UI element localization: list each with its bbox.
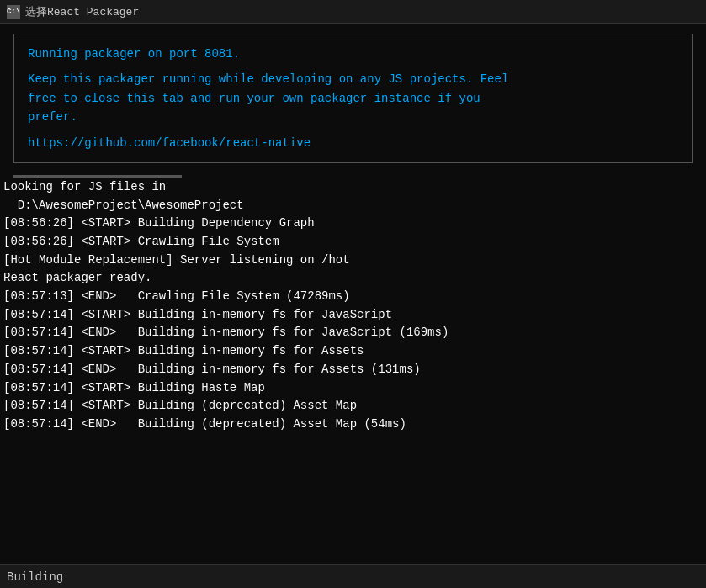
log-line: [08:56:26] <START> Crawling File System [3,233,703,252]
log-line: [08:56:26] <START> Building Dependency G… [3,215,703,233]
info-line-3: free to close this tab and run your own … [28,89,678,108]
title-bar: C:\ 选择React Packager [0,0,706,24]
title-bar-text: 选择React Packager [25,4,139,19]
info-line-4: prefer. [28,108,678,126]
log-line: [08:57:13] <END> Crawling File System (4… [3,288,703,306]
info-line-1: Running packager on port 8081. [28,45,678,63]
bottom-bar: Building [0,564,706,588]
scrollbar-thumb[interactable] [13,175,182,178]
info-link: https://github.com/facebook/react-native [28,134,678,152]
log-line: [08:57:14] <START> Building in-memory fs… [3,342,703,361]
log-line: [08:57:14] <END> Building (deprecated) A… [3,416,703,434]
log-line: [08:57:14] <START> Building (deprecated)… [3,397,703,416]
bottom-bar-text: Building [7,570,63,584]
scrollbar-area [0,173,706,178]
log-line: React packager ready. [3,269,703,288]
terminal-icon: C:\ [7,5,20,19]
info-box: Running packager on port 8081. Keep this… [13,34,693,163]
log-line: [08:57:14] <START> Building in-memory fs… [3,306,703,325]
log-area: Looking for JS files in D:\AwesomeProjec… [0,178,706,434]
log-line: [08:57:14] <END> Building in-memory fs f… [3,361,703,379]
log-line: Looking for JS files in [3,178,703,197]
log-line: [08:57:14] <END> Building in-memory fs f… [3,324,703,342]
log-line: [Hot Module Replacement] Server listenin… [3,252,703,270]
log-line: [08:57:14] <START> Building Haste Map [3,379,703,398]
terminal-body: Running packager on port 8081. Keep this… [0,24,706,588]
scrollbar-indicator[interactable] [13,175,693,178]
info-line-2: Keep this packager running while develop… [28,70,678,88]
log-line: D:\AwesomeProject\AwesomeProject [3,197,703,215]
